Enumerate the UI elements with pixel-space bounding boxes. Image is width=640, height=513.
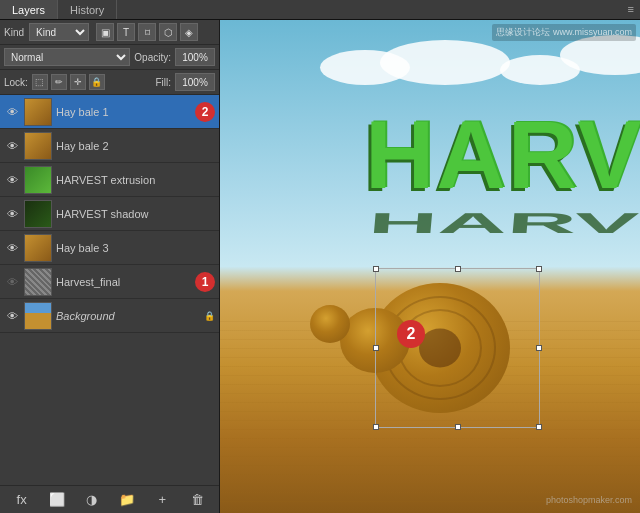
tab-history[interactable]: History [58,0,117,19]
canvas-badge-2: 2 [397,320,425,348]
layer-name: HARVEST shadow [56,208,215,220]
fill-input[interactable] [175,73,215,91]
layer-thumbnail [24,302,52,330]
new-adjustment-button[interactable]: ◑ [82,490,102,510]
canvas-area: HARVEST HARVEST [220,20,640,513]
fx-button[interactable]: fx [12,490,32,510]
eye-icon[interactable]: 👁 [4,308,20,324]
lock-all-icon[interactable]: 🔒 [89,74,105,90]
tab-history-label: History [70,4,104,16]
new-group-button[interactable]: 📁 [117,490,137,510]
opacity-input[interactable] [175,48,215,66]
layer-name: Hay bale 1 [56,106,191,118]
layer-name: HARVEST extrusion [56,174,215,186]
filter-pixel-icon[interactable]: ▣ [96,23,114,41]
eye-icon[interactable]: 👁 [4,206,20,222]
layer-item[interactable]: 👁 Hay bale 2 [0,129,219,163]
tab-layers-label: Layers [12,4,45,16]
eye-icon[interactable]: 👁 [4,138,20,154]
filter-icons: ▣ T ⌑ ⬡ ◈ [96,23,198,41]
selection-box [375,268,540,428]
lock-row: Lock: ⬚ ✏ ✛ 🔒 Fill: [0,70,219,95]
fill-label: Fill: [155,77,171,88]
eye-icon[interactable]: 👁 [4,104,20,120]
layer-list: 👁 Hay bale 1 2 👁 Hay bale 2 👁 HARVEST ex… [0,95,219,485]
filter-row: Kind Kind ▣ T ⌑ ⬡ ◈ [0,20,219,45]
eye-icon[interactable]: 👁 [4,274,20,290]
layer-name: Hay bale 3 [56,242,215,254]
selection-handle-br[interactable] [536,424,542,430]
layer-item[interactable]: 👁 HARVEST shadow [0,197,219,231]
selection-handle-mr[interactable] [536,345,542,351]
layer-item[interactable]: 👁 Background 🔒 [0,299,219,333]
new-layer-button[interactable]: + [152,490,172,510]
filter-select[interactable]: Kind [29,23,89,41]
lock-position-icon[interactable]: ✛ [70,74,86,90]
layer-name: Hay bale 2 [56,140,215,152]
selection-handle-tm[interactable] [455,266,461,272]
layer-thumbnail [24,200,52,228]
tab-bar: Layers History ≡ [0,0,640,20]
layer-thumbnail [24,166,52,194]
filter-shape-icon[interactable]: ⬡ [159,23,177,41]
lock-icons: ⬚ ✏ ✛ 🔒 [32,74,105,90]
layer-item[interactable]: 👁 Hay bale 1 2 [0,95,219,129]
cloud [380,40,510,85]
layer-badge-1: 1 [195,272,215,292]
watermark-text: photoshopmaker.com [546,495,632,505]
branding-text: 思缘设计论坛 www.missyuan.com [492,24,636,41]
panel-menu-icon[interactable]: ≡ [622,0,640,19]
layer-badge-2: 2 [195,102,215,122]
filter-adjust-icon[interactable]: T [117,23,135,41]
canvas-background: HARVEST HARVEST [220,20,640,513]
lock-badge-icon: 🔒 [203,310,215,322]
blend-mode-select[interactable]: Normal [4,48,130,66]
bottom-toolbar: fx ⬜ ◑ 📁 + 🗑 [0,485,219,513]
delete-layer-button[interactable]: 🗑 [187,490,207,510]
opacity-label: Opacity: [134,52,171,63]
layer-item[interactable]: 👁 Hay bale 3 [0,231,219,265]
blend-row: Normal Opacity: [0,45,219,70]
harvest-main-text: HARVEST [365,100,640,210]
tab-layers[interactable]: Layers [0,0,58,19]
selection-handle-ml[interactable] [373,345,379,351]
filter-label: Kind [4,27,24,38]
layer-item[interactable]: 👁 HARVEST extrusion [0,163,219,197]
selection-handle-tr[interactable] [536,266,542,272]
add-mask-button[interactable]: ⬜ [47,490,67,510]
layer-thumbnail [24,132,52,160]
harvest-shadow-text: HARVEST [367,207,640,240]
selection-handle-bm[interactable] [455,424,461,430]
main-area: Kind Kind ▣ T ⌑ ⬡ ◈ Normal Opacity: Lock… [0,20,640,513]
layer-name: Harvest_final [56,276,191,288]
lock-paint-icon[interactable]: ✏ [51,74,67,90]
layer-thumbnail [24,234,52,262]
hay-bale-small [310,305,350,343]
filter-type-icon[interactable]: ⌑ [138,23,156,41]
lock-transparent-icon[interactable]: ⬚ [32,74,48,90]
filter-smart-icon[interactable]: ◈ [180,23,198,41]
layer-thumbnail [24,98,52,126]
layers-panel: Kind Kind ▣ T ⌑ ⬡ ◈ Normal Opacity: Lock… [0,20,220,513]
selection-handle-bl[interactable] [373,424,379,430]
layer-item[interactable]: 👁 Harvest_final 1 [0,265,219,299]
layer-name: Background [56,310,199,322]
selection-handle-tl[interactable] [373,266,379,272]
eye-icon[interactable]: 👁 [4,240,20,256]
eye-icon[interactable]: 👁 [4,172,20,188]
layer-thumbnail [24,268,52,296]
lock-label: Lock: [4,77,28,88]
